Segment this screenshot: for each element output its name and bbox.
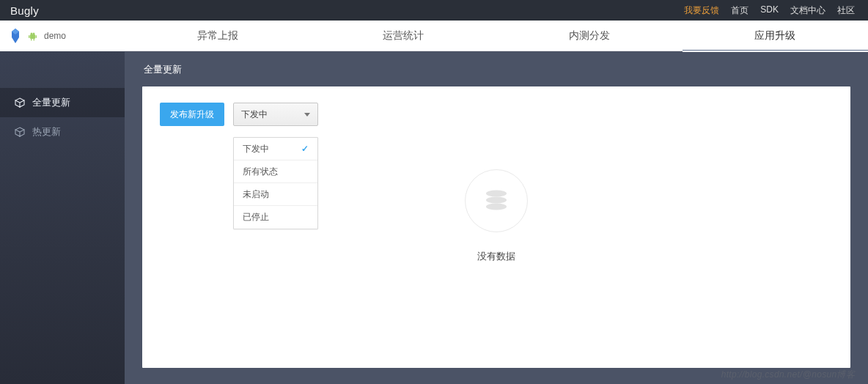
tab-crash-report[interactable]: 异常上报 [125,21,311,51]
empty-database-icon [465,169,528,232]
option-label: 未启动 [243,188,269,201]
status-option-stopped[interactable]: 已停止 [234,206,317,229]
tab-label: 内测分发 [569,29,610,43]
content-panel: 发布新升级 下发中 下发中 ✓ 所有状态 [142,86,850,368]
sidebar-item-hot-update[interactable]: 热更新 [0,117,125,147]
nav-feedback[interactable]: 我要反馈 [684,4,719,17]
sidebar-item-label: 全量更新 [32,96,70,109]
controls-row: 发布新升级 下发中 下发中 ✓ 所有状态 [160,103,833,126]
svg-rect-5 [31,39,32,41]
caret-down-icon [304,113,310,117]
empty-text: 没有数据 [465,250,528,263]
svg-point-1 [31,32,33,34]
cube-icon [15,127,25,137]
watermark: http://blog.csdn.net/@nosun博客 [721,369,855,381]
workspace: demo 全量更新 热更新 异常上报 运营统计 内测分发 应用升级 全量更新 发… [0,21,868,384]
svg-rect-0 [30,34,35,39]
app-selector[interactable]: demo [0,21,125,51]
sidebar-item-label: 热更新 [32,125,61,139]
nav-community[interactable]: 社区 [837,4,855,17]
option-label: 所有状态 [243,166,278,178]
section-title: 全量更新 [142,51,850,86]
status-dropdown: 下发中 ✓ 所有状态 未启动 已停止 [233,137,318,229]
nav-docs[interactable]: 文档中心 [790,4,825,17]
sidebar: 全量更新 热更新 [0,51,125,384]
status-select-button[interactable]: 下发中 [233,103,318,126]
status-option-dispatching[interactable]: 下发中 ✓ [234,138,317,160]
status-option-all[interactable]: 所有状态 [234,160,317,183]
android-icon [29,32,37,41]
app-name: demo [44,31,66,41]
app-logo-icon [10,27,21,45]
main-tabs: 异常上报 运营统计 内测分发 应用升级 [125,21,868,51]
check-icon: ✓ [301,144,309,154]
svg-point-2 [33,32,35,34]
svg-point-8 [486,196,507,203]
svg-rect-6 [34,39,35,41]
status-option-notstarted[interactable]: 未启动 [234,183,317,206]
tab-label: 异常上报 [197,29,238,43]
option-label: 下发中 [243,143,269,155]
nav-home[interactable]: 首页 [731,4,749,17]
svg-point-9 [486,203,507,210]
publish-upgrade-button[interactable]: 发布新升级 [160,103,224,126]
top-bar: Bugly 我要反馈 首页 SDK 文档中心 社区 [0,0,868,21]
top-nav: 我要反馈 首页 SDK 文档中心 社区 [684,4,855,17]
svg-rect-4 [36,35,37,38]
tab-analytics[interactable]: 运营统计 [311,21,497,51]
cube-icon [15,97,25,108]
left-column: demo 全量更新 热更新 [0,21,125,384]
nav-sdk[interactable]: SDK [760,4,779,17]
tab-beta-distribute[interactable]: 内测分发 [496,21,683,51]
tab-label: 应用升级 [754,29,795,43]
svg-point-7 [486,190,507,196]
empty-state: 没有数据 [465,169,528,263]
sidebar-item-full-update[interactable]: 全量更新 [0,88,125,117]
content-stage: 全量更新 发布新升级 下发中 下发中 ✓ [125,51,868,384]
status-select: 下发中 下发中 ✓ 所有状态 未启动 [233,103,318,126]
svg-rect-3 [29,35,30,38]
brand-logo: Bugly [10,4,39,17]
tab-app-upgrade[interactable]: 应用升级 [683,21,869,51]
right-column: 异常上报 运营统计 内测分发 应用升级 全量更新 发布新升级 下发中 [125,21,868,384]
status-select-value: 下发中 [241,108,268,121]
tab-label: 运营统计 [383,29,424,43]
option-label: 已停止 [243,211,269,224]
